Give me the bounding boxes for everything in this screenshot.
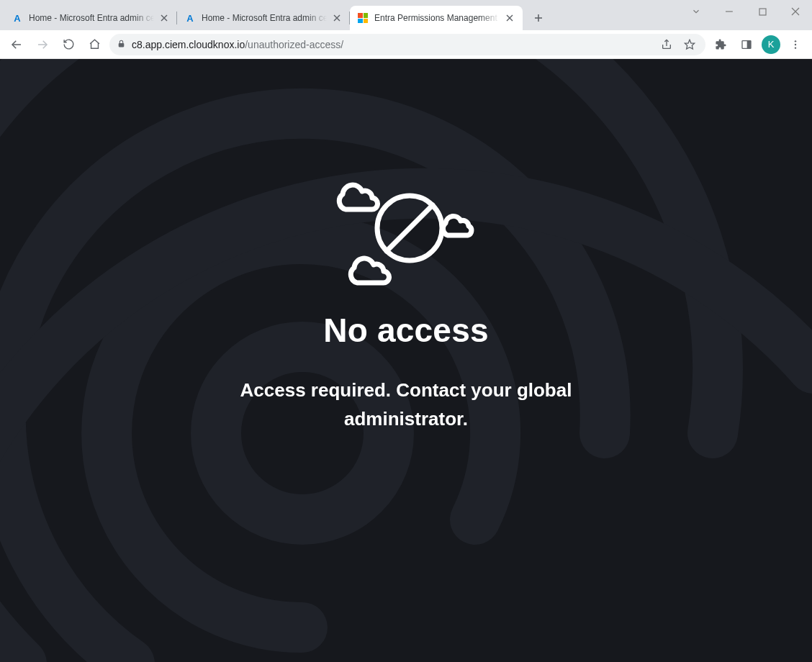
close-icon[interactable] <box>331 12 343 24</box>
svg-point-20 <box>795 43 796 45</box>
home-button[interactable] <box>84 34 105 55</box>
microsoft-icon <box>357 12 369 24</box>
lock-icon <box>117 39 126 50</box>
azure-icon: A <box>184 12 196 24</box>
window-close-button[interactable] <box>779 0 812 23</box>
svg-point-19 <box>795 40 796 42</box>
no-access-headline: No access <box>176 311 636 350</box>
svg-rect-14 <box>119 42 125 46</box>
tab-label: Home - Microsoft Entra admin center <box>202 13 327 23</box>
no-access-illustration <box>327 167 485 289</box>
no-access-panel: No access Access required. Contact your … <box>176 167 636 434</box>
browser-tab[interactable]: A Home - Microsoft Entra admin center <box>177 6 350 30</box>
side-panel-icon[interactable] <box>736 34 757 55</box>
avatar-initial: K <box>768 39 775 50</box>
svg-point-21 <box>795 47 796 48</box>
url-host: c8.app.ciem.cloudknox.io <box>132 39 245 50</box>
browser-tab[interactable]: A Home - Microsoft Entra admin center <box>4 6 177 30</box>
tab-label: Entra Permissions Management <box>374 13 500 23</box>
bookmark-icon[interactable] <box>681 36 698 53</box>
new-tab-button[interactable] <box>528 8 549 28</box>
svg-rect-1 <box>759 9 766 15</box>
browser-toolbar: c8.app.ciem.cloudknox.io/unauthorized-ac… <box>0 30 812 59</box>
share-icon[interactable] <box>658 36 675 53</box>
window-controls <box>680 0 812 24</box>
profile-avatar[interactable]: K <box>762 35 780 54</box>
address-bar[interactable]: c8.app.ciem.cloudknox.io/unauthorized-ac… <box>109 34 705 55</box>
url-path: /unauthorized-access/ <box>245 39 343 50</box>
page-content: No access Access required. Contact your … <box>0 59 812 662</box>
svg-line-24 <box>387 205 433 251</box>
reload-button[interactable] <box>58 34 79 55</box>
close-icon[interactable] <box>158 12 170 24</box>
azure-icon: A <box>12 12 23 24</box>
window-caret-icon[interactable] <box>680 0 713 23</box>
back-button[interactable] <box>6 34 27 55</box>
close-icon[interactable] <box>504 12 515 24</box>
window-minimize-button[interactable] <box>713 0 746 23</box>
svg-rect-18 <box>747 40 751 48</box>
window-maximize-button[interactable] <box>746 0 779 23</box>
tab-label: Home - Microsoft Entra admin center <box>29 13 154 23</box>
kebab-menu-icon[interactable] <box>785 34 806 55</box>
no-access-subhead: Access required. Contact your global adm… <box>176 376 636 434</box>
forward-button[interactable] <box>32 34 53 55</box>
browser-tab-active[interactable]: Entra Permissions Management <box>350 6 523 30</box>
extensions-icon[interactable] <box>710 34 731 55</box>
url-text: c8.app.ciem.cloudknox.io/unauthorized-ac… <box>132 39 652 50</box>
svg-marker-16 <box>685 40 694 49</box>
